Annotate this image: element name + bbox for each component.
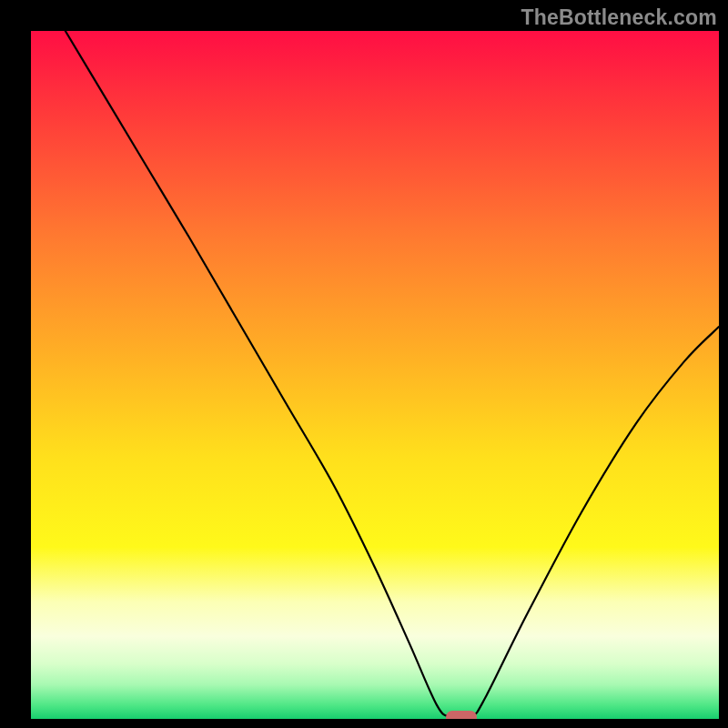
watermark-text: TheBottleneck.com (521, 5, 717, 30)
optimal-marker (446, 711, 477, 719)
bottleneck-curve (31, 31, 719, 719)
chart-frame: TheBottleneck.com (0, 0, 728, 728)
plot-area (31, 31, 719, 719)
